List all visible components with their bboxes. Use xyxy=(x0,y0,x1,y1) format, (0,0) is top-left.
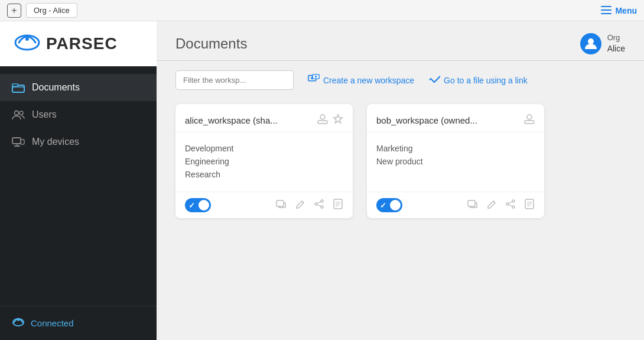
user-info: Org Alice xyxy=(580,33,625,54)
card-actions xyxy=(467,199,535,212)
avatar xyxy=(580,33,601,54)
list-item: New product xyxy=(376,155,535,168)
card-body: Marketing New product xyxy=(367,132,544,192)
history-workspace-icon[interactable] xyxy=(333,199,343,212)
svg-point-12 xyxy=(17,319,19,321)
svg-point-26 xyxy=(321,206,323,208)
workspace-user-icon[interactable] xyxy=(524,114,535,127)
svg-rect-23 xyxy=(277,200,284,206)
svg-point-20 xyxy=(320,115,325,119)
content-area: Documents Org Alice xyxy=(157,21,644,340)
svg-point-13 xyxy=(588,38,594,44)
documents-icon xyxy=(12,81,25,94)
create-workspace-button[interactable]: Create a new workspace xyxy=(308,73,414,87)
sidebar-users-label: Users xyxy=(32,109,57,120)
card-footer: ✓ xyxy=(367,192,544,218)
svg-point-38 xyxy=(512,206,515,208)
menu-lines-icon xyxy=(601,5,612,16)
share-workspace-icon[interactable] xyxy=(467,199,478,212)
workspace-filter-input[interactable] xyxy=(175,70,294,90)
svg-point-33 xyxy=(527,115,532,119)
users-icon xyxy=(12,108,25,121)
list-item: Research xyxy=(185,168,343,181)
card-actions xyxy=(276,199,343,212)
workspace-toggle[interactable]: ✓ xyxy=(376,198,402,212)
connected-icon xyxy=(12,316,25,331)
goto-file-label: Go to a file using a link xyxy=(444,76,528,85)
edit-workspace-icon[interactable] xyxy=(295,199,305,212)
svg-line-27 xyxy=(317,202,321,203)
sidebar-devices-label: My devices xyxy=(32,137,79,147)
svg-point-25 xyxy=(321,200,323,202)
topbar: + Org - Alice Menu xyxy=(0,0,644,21)
share-workspace-icon[interactable] xyxy=(276,199,287,212)
svg-point-8 xyxy=(19,111,23,115)
svg-point-24 xyxy=(315,203,317,205)
svg-point-37 xyxy=(512,200,515,202)
list-item: Development xyxy=(185,142,343,155)
sidebar-item-my-devices[interactable]: My devices xyxy=(0,128,157,156)
toolbar: Create a new workspace Go to a file usin… xyxy=(157,61,644,99)
export-workspace-icon[interactable] xyxy=(314,199,324,212)
svg-point-36 xyxy=(506,203,509,205)
sidebar-nav: Documents Users xyxy=(0,67,157,306)
svg-marker-22 xyxy=(334,115,342,123)
svg-rect-0 xyxy=(601,6,612,7)
add-tab-button[interactable]: + xyxy=(7,4,21,18)
svg-rect-1 xyxy=(601,9,612,11)
svg-line-40 xyxy=(509,205,512,206)
main-layout: PARSEC Documents xyxy=(0,21,644,340)
workspace-card: bob_workspace (owned... Marketing New pr… xyxy=(367,104,544,218)
sidebar-item-documents[interactable]: Documents xyxy=(0,74,157,101)
list-item: Engineering xyxy=(185,155,343,168)
workspace-title: bob_workspace (owned... xyxy=(376,115,524,125)
user-name: Alice xyxy=(607,43,625,54)
card-header: bob_workspace (owned... xyxy=(367,104,544,132)
connected-label: Connected xyxy=(31,318,74,328)
history-workspace-icon[interactable] xyxy=(524,199,535,212)
goto-file-button[interactable]: Go to a file using a link xyxy=(428,73,528,87)
svg-rect-35 xyxy=(468,200,475,206)
content-header: Documents Org Alice xyxy=(157,21,644,61)
create-workspace-icon xyxy=(308,73,320,87)
card-header-icons xyxy=(524,114,535,127)
svg-rect-10 xyxy=(21,140,24,144)
menu-label: Menu xyxy=(615,6,637,15)
card-header: alice_workspace (sha... xyxy=(175,104,353,132)
sidebar-documents-label: Documents xyxy=(32,82,80,93)
sidebar: PARSEC Documents xyxy=(0,21,157,340)
workspace-user-icon[interactable] xyxy=(317,114,328,127)
topbar-left: + Org - Alice xyxy=(7,3,77,18)
edit-workspace-icon[interactable] xyxy=(486,199,497,212)
svg-line-39 xyxy=(509,202,512,203)
svg-rect-21 xyxy=(318,121,327,124)
toggle-check-icon: ✓ xyxy=(380,201,386,210)
menu-button[interactable]: Menu xyxy=(601,5,637,16)
create-workspace-label: Create a new workspace xyxy=(323,76,414,85)
svg-rect-9 xyxy=(12,138,21,144)
parsec-logo-icon xyxy=(14,33,40,54)
page-title: Documents xyxy=(175,35,247,52)
goto-file-icon xyxy=(428,73,440,87)
svg-point-7 xyxy=(15,111,19,115)
card-header-icons xyxy=(317,114,343,127)
list-item: Marketing xyxy=(376,142,535,155)
user-details: Org Alice xyxy=(607,33,625,54)
workspace-toggle[interactable]: ✓ xyxy=(185,198,211,212)
svg-rect-6 xyxy=(12,84,18,86)
svg-rect-2 xyxy=(601,13,612,14)
sidebar-item-users[interactable]: Users xyxy=(0,101,157,128)
active-tab[interactable]: Org - Alice xyxy=(26,3,77,18)
export-workspace-icon[interactable] xyxy=(505,199,516,212)
sidebar-logo: PARSEC xyxy=(0,21,157,67)
card-footer: ✓ xyxy=(175,192,353,218)
svg-rect-34 xyxy=(525,121,534,124)
user-org: Org xyxy=(607,33,625,43)
workspace-card: alice_workspace (sha... xyxy=(175,104,353,218)
toggle-check-icon: ✓ xyxy=(188,201,195,210)
card-body: Development Engineering Research xyxy=(175,132,353,192)
workspace-star-icon[interactable] xyxy=(333,114,343,127)
svg-line-28 xyxy=(317,205,321,206)
devices-icon xyxy=(12,135,25,148)
workspaces-grid: alice_workspace (sha... xyxy=(157,99,644,230)
